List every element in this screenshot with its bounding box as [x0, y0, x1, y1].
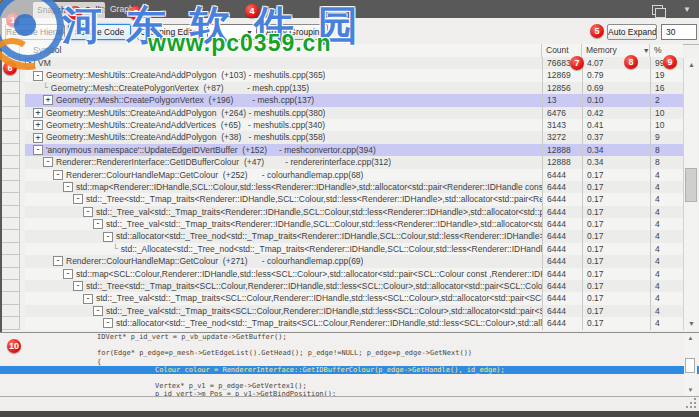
annotation-marker-5: 5 — [590, 24, 604, 38]
table-row[interactable]: -std::map<SCL::Colour,Renderer::IDHandle… — [25, 268, 683, 280]
table-row[interactable]: └Geometry::Mesh::CreatePolygonVertex (+8… — [25, 82, 683, 94]
table-row[interactable]: -Renderer::ColourHandleMap::GetColour (+… — [25, 169, 683, 181]
collapse-icon[interactable]: - — [103, 318, 113, 328]
table-row[interactable]: -std::_Tree_val<std::_Tmap_traits<Render… — [25, 218, 683, 230]
count-cell: 6444 — [542, 317, 582, 329]
expand-icon[interactable]: + — [33, 133, 43, 143]
source-line[interactable]: IDVert* p_id_vert = p_vb_update->GetBuff… — [0, 333, 699, 341]
expand-icon[interactable]: + — [33, 108, 43, 118]
table-row[interactable]: -Geometry::MeshUtils::CreateAndAddPolygo… — [25, 69, 683, 81]
memory-cell: 0.69 — [582, 82, 650, 94]
source-line[interactable]: Vertex* p_v1 = p_edge->GetVertex1(); — [0, 382, 699, 390]
collapse-icon[interactable]: - — [63, 269, 73, 279]
table-row[interactable]: -VM766834.0799 — [25, 57, 683, 69]
source-line[interactable]: p_id_vert->m_Pos = p_v1->GetBindPosition… — [0, 390, 699, 397]
scrollbar-thumb[interactable] — [685, 168, 697, 202]
duplicate-window-icon[interactable] — [652, 5, 663, 15]
collapse-icon[interactable]: - — [63, 182, 73, 192]
memory-cell: 0.17 — [582, 305, 650, 317]
table-row[interactable]: -std::allocator<std::_Tree_nod<std::_Tma… — [25, 230, 683, 242]
collapse-icon[interactable]: - — [43, 157, 53, 167]
memory-cell: 0.17 — [582, 169, 650, 181]
table-row[interactable]: -std::_Tree_val<std::_Tmap_traits<SCL::C… — [25, 305, 683, 317]
table-row[interactable]: -std::allocator<std::_Tree_nod<std::_Tma… — [25, 317, 683, 329]
count-cell: 6444 — [542, 280, 582, 292]
source-line[interactable]: for(Edge* p_edge=p_mesh->GetEdgeList().G… — [0, 349, 699, 357]
table-row[interactable]: └std::_Allocate<std::_Tree_nod<std::_Tma… — [25, 243, 683, 255]
gutter-cell — [2, 169, 20, 181]
table-row[interactable]: -std::_Tree_val<std::_Tmap_traits<Render… — [25, 206, 683, 218]
table-row[interactable]: +Geometry::MeshUtils::CreateAndAddVertic… — [25, 119, 683, 131]
count-cell: 6476 — [542, 107, 582, 119]
symbol-label: std::_Tree<std::_Tmap_traits<SCL::Colour… — [86, 280, 542, 292]
tree-leaf-connector-icon: └ — [113, 243, 118, 255]
source-line[interactable] — [0, 374, 699, 382]
source-line[interactable]: { — [0, 358, 699, 366]
scrollbar-thumb[interactable] — [685, 358, 695, 373]
column-header-memory[interactable]: Memory▼ — [582, 44, 650, 57]
gutter-cell — [2, 305, 20, 317]
table-row[interactable]: -std::_Tree<std::_Tmap_traits<SCL::Colou… — [25, 280, 683, 292]
count-cell: 6444 — [542, 243, 582, 255]
collapse-icon[interactable]: - — [73, 194, 83, 204]
collapse-icon[interactable]: - — [93, 219, 103, 229]
symbol-label: Geometry::Mesh::CreatePolygonVertex (+19… — [56, 94, 314, 106]
window-bottom-edge — [0, 411, 699, 417]
table-row[interactable]: -std::_Tree<std::_Tmap_traits<Renderer::… — [25, 193, 683, 205]
symbol-cell: -std::_Tree_val<std::_Tmap_traits<SCL::C… — [25, 305, 542, 317]
tree-vertical-scrollbar[interactable]: ▲ ▼ — [683, 58, 698, 330]
source-vertical-scrollbar[interactable]: ▲ ▼ — [684, 334, 697, 395]
table-row[interactable]: +Geometry::MeshUtils::CreateAndAddPolygo… — [25, 131, 683, 143]
sort-descending-icon: ▼ — [643, 47, 650, 54]
scroll-down-icon[interactable]: ▼ — [684, 386, 697, 395]
collapse-icon[interactable]: - — [83, 294, 93, 304]
scroll-down-icon[interactable]: ▼ — [684, 317, 699, 330]
collapse-icon[interactable]: - — [93, 306, 103, 316]
annotation-marker-7: 7 — [570, 56, 584, 70]
collapse-icon[interactable]: - — [103, 232, 113, 242]
expand-icon[interactable]: + — [33, 120, 43, 130]
memory-cell: 0.17 — [582, 292, 650, 304]
status-bar — [0, 397, 699, 411]
table-row[interactable]: +Geometry::Mesh::CreatePolygonVertex (+1… — [25, 94, 683, 106]
symbol-cell: -std::allocator<std::_Tree_nod<std::_Tma… — [25, 317, 542, 329]
table-row[interactable]: -Renderer::RendererInterface::GetIDBuffe… — [25, 156, 683, 168]
collapse-icon[interactable]: - — [33, 145, 43, 155]
table-row[interactable]: +Geometry::MeshUtils::CreateAndAddPolygo… — [25, 107, 683, 119]
collapse-icon[interactable]: - — [83, 207, 93, 217]
auto-expand-count-input[interactable]: 30 — [661, 24, 697, 40]
scroll-up-icon[interactable]: ▲ — [684, 58, 699, 71]
window-menu-caret-icon[interactable]: ▼ — [683, 5, 691, 14]
collapse-icon[interactable]: - — [53, 256, 63, 266]
source-line-selected[interactable]: Colour colour = RendererInterface::GetID… — [0, 366, 699, 374]
memory-cell: 0.34 — [582, 156, 650, 168]
symbol-cell: -std::map<Renderer::IDHandle,SCL::Colour… — [25, 181, 542, 193]
count-cell: 6444 — [542, 305, 582, 317]
percent-cell: 4 — [650, 268, 683, 280]
watermark-url: www.pc0359.cn — [148, 30, 331, 57]
percent-cell: 4 — [650, 243, 683, 255]
memory-cell: 0.17 — [582, 218, 650, 230]
percent-cell: 4 — [650, 193, 683, 205]
table-row[interactable]: -'anonymous namespace'::UpdateEdgeIDVert… — [25, 144, 683, 156]
symbol-cell: +Geometry::Mesh::CreatePolygonVertex (+1… — [25, 94, 542, 106]
profiler-window: Snapshot 0: CallTree ✕ Graph ▼ Reverse H… — [0, 0, 699, 417]
count-cell: 6444 — [542, 193, 582, 205]
count-cell: 6444 — [542, 218, 582, 230]
table-row[interactable]: -Renderer::ColourHandleMap::GetColour (+… — [25, 255, 683, 267]
scroll-up-icon[interactable]: ▲ — [684, 334, 697, 343]
resize-grip-icon[interactable] — [686, 398, 697, 409]
symbol-cell: └Geometry::Mesh::CreatePolygonVertex (+8… — [25, 82, 542, 94]
table-row[interactable]: -std::map<Renderer::IDHandle,SCL::Colour… — [25, 181, 683, 193]
symbol-label: std::_Tree_val<std::_Tmap_traits<Rendere… — [96, 206, 542, 218]
source-code-panel[interactable]: IDVert* p_id_vert = p_vb_update->GetBuff… — [0, 332, 699, 397]
table-row[interactable]: -std::_Tree_val<std::_Tmap_traits<SCL::C… — [25, 292, 683, 304]
collapse-icon[interactable]: - — [53, 170, 63, 180]
auto-expand-button[interactable]: Auto Expand — [607, 24, 657, 40]
source-line[interactable] — [0, 341, 699, 349]
symbol-label: Geometry::MeshUtils::CreateAndAddPolygon… — [46, 131, 325, 143]
percent-cell: 4 — [650, 255, 683, 267]
collapse-icon[interactable]: - — [73, 281, 83, 291]
memory-cell: 0.42 — [582, 107, 650, 119]
symbol-cell: -Renderer::ColourHandleMap::GetColour (+… — [25, 169, 542, 181]
